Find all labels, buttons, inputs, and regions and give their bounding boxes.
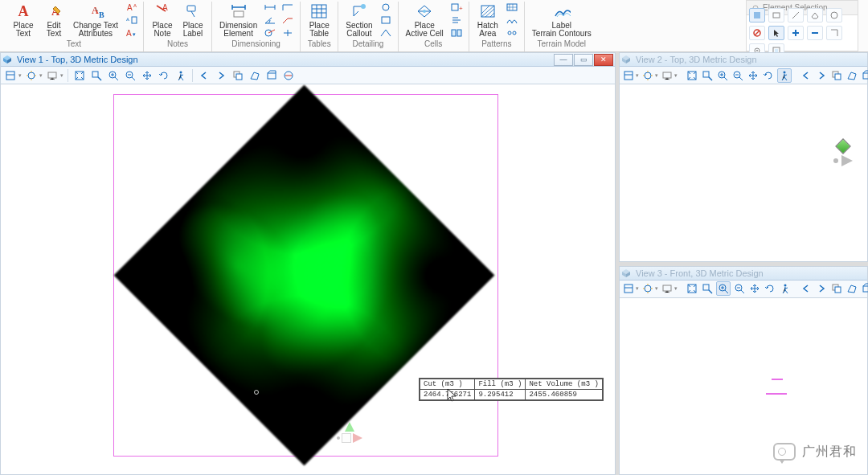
label-terrain-contours-button[interactable]: Label Terrain Contours [530, 2, 594, 39]
zoom-out-button[interactable] [733, 281, 746, 296]
view-cube-icon [621, 268, 631, 278]
zoom-in-button[interactable] [716, 281, 731, 296]
dim-ordinate-icon[interactable] [280, 2, 295, 12]
select-line-icon[interactable] [788, 8, 804, 23]
detail-c-icon[interactable] [379, 27, 393, 38]
prev-view-button[interactable] [197, 68, 211, 83]
subtract-sel-icon[interactable] [807, 26, 823, 40]
view-perspective-button[interactable] [845, 281, 858, 296]
zoom-in-button[interactable] [716, 68, 729, 83]
view-attrs-button[interactable] [622, 281, 635, 296]
vt-header-net: Net Volume (m3 ) [526, 379, 602, 390]
clip-volume-button[interactable] [861, 281, 868, 296]
dim-leader-icon[interactable] [280, 14, 295, 25]
place-label-button[interactable]: Place Label [179, 2, 207, 39]
dim-angle-icon[interactable] [263, 14, 277, 25]
prev-view-button[interactable] [800, 281, 813, 296]
view-presentation-button[interactable] [45, 68, 59, 83]
view-presentation-button[interactable] [661, 281, 674, 296]
hatch-area-button[interactable]: Hatch Area [474, 2, 502, 39]
view1-close-button[interactable]: ✕ [594, 54, 613, 66]
section-callout-button[interactable]: Section Callout [343, 2, 375, 39]
add-sel-icon[interactable] [788, 26, 804, 40]
select-shape-icon[interactable] [807, 8, 823, 23]
walk-button[interactable] [777, 68, 792, 83]
zoom-out-button[interactable] [123, 68, 137, 83]
copy-view-button[interactable] [231, 68, 245, 83]
clip-mask-button[interactable] [281, 68, 296, 83]
walk-button[interactable] [779, 281, 792, 296]
zoom-fit-button[interactable] [686, 281, 698, 296]
view1-minimize-button[interactable]: — [554, 54, 573, 66]
pattern-a-icon[interactable] [505, 2, 519, 12]
cell-define-icon[interactable]: + [449, 2, 464, 12]
next-view-button[interactable] [815, 68, 828, 83]
zoom-window-button[interactable] [89, 68, 104, 83]
dimension-element-button[interactable]: Dimension Element [217, 2, 260, 39]
view2-nav-cube[interactable] [833, 141, 853, 166]
view-display-button[interactable] [641, 281, 654, 296]
prev-view-button[interactable] [800, 68, 813, 83]
zoom-window-button[interactable] [701, 68, 714, 83]
cursor-icon[interactable] [768, 26, 784, 40]
view1-maximize-button[interactable]: ▭ [574, 54, 593, 66]
view-presentation-button[interactable] [661, 68, 674, 83]
view-attrs-button[interactable] [3, 68, 18, 83]
walk-button[interactable] [174, 68, 188, 83]
view1-canvas[interactable]: Cut (m3 ) Fill (m3 ) Net Volume (m3 ) 24… [1, 84, 615, 474]
detail-a-icon[interactable] [379, 2, 393, 12]
zoom-fit-button[interactable] [72, 68, 87, 83]
change-text-attributes-button[interactable]: AB Change Text Attributes [71, 2, 121, 39]
view-perspective-button[interactable] [845, 68, 858, 83]
select-icon[interactable] [749, 8, 765, 23]
cell-replace-icon[interactable] [449, 14, 464, 25]
zoom-in-button[interactable] [106, 68, 121, 83]
copy-view-button[interactable] [830, 68, 843, 83]
next-view-button[interactable] [815, 281, 828, 296]
pan-button[interactable] [140, 68, 154, 83]
place-table-button[interactable]: Place Table [305, 2, 333, 39]
superscript-icon[interactable]: AA [124, 2, 138, 12]
select-stop-icon[interactable] [749, 26, 765, 40]
dim-center-icon[interactable] [280, 27, 295, 38]
view1-axis-gizmo[interactable] [337, 422, 362, 443]
pan-button[interactable] [747, 68, 760, 83]
zoom-window-button[interactable] [701, 281, 714, 296]
place-active-cell-button[interactable]: Place Active Cell [403, 2, 446, 39]
pattern-c-icon[interactable] [505, 27, 519, 38]
pattern-b-icon[interactable] [505, 14, 519, 25]
view3-titlebar[interactable]: View 3 - Front, 3D Metric Design [620, 267, 867, 280]
rotate-view-button[interactable] [762, 68, 775, 83]
place-text-button[interactable]: A Place Text [10, 2, 37, 39]
clip-volume-button[interactable] [861, 68, 868, 83]
view2-canvas[interactable] [620, 84, 867, 261]
detail-b-icon[interactable] [379, 14, 393, 25]
pan-button[interactable] [748, 281, 761, 296]
zoom-out-button[interactable] [731, 68, 744, 83]
view1-titlebar[interactable]: View 1 - Top, 3D Metric Design — ▭ ✕ [1, 53, 615, 67]
rotate-view-button[interactable] [157, 68, 171, 83]
rotate-view-button[interactable] [764, 281, 776, 296]
cell-lib-icon[interactable] [449, 27, 464, 38]
place-note-button[interactable]: A Place Note [149, 2, 176, 39]
edit-text-button[interactable]: A Edit Text [40, 2, 68, 39]
select-rect-icon[interactable] [768, 8, 784, 23]
svg-text:B: B [99, 10, 104, 19]
dim-radius-icon[interactable] [263, 27, 277, 38]
text-style-icon[interactable]: ᴬ [124, 14, 138, 25]
view-display-button[interactable] [24, 68, 39, 83]
copy-view-button[interactable] [830, 281, 843, 296]
svg-text:A: A [126, 29, 132, 38]
zoom-fit-button[interactable] [686, 68, 698, 83]
view-display-button[interactable] [641, 68, 654, 83]
view2-titlebar[interactable]: View 2 - Top, 3D Metric Design [620, 53, 867, 67]
dim-linear-icon[interactable] [263, 2, 277, 12]
next-view-button[interactable] [214, 68, 228, 83]
select-circle-icon[interactable] [826, 8, 842, 23]
clip-volume-button[interactable] [264, 68, 279, 83]
view-attrs-button[interactable] [622, 68, 635, 83]
text-case-icon[interactable]: A▾ [124, 27, 138, 38]
invert-sel-icon[interactable] [826, 26, 842, 40]
section-callout-label: Section Callout [346, 22, 372, 38]
view-perspective-button[interactable] [248, 68, 262, 83]
